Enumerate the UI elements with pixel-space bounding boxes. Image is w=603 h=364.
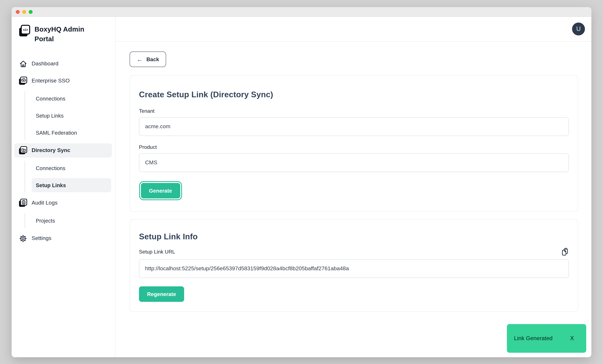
sidebar-item-label: Dashboard	[32, 61, 58, 67]
sidebar-group-directory-sync: Connections Setup Links	[24, 161, 115, 193]
sidebar-item-audit-logs[interactable]: Audit Logs	[14, 196, 112, 210]
regenerate-button[interactable]: Regenerate	[139, 286, 184, 302]
sidebar-item-label: Connections	[36, 96, 65, 102]
sidebar-item-projects[interactable]: Projects	[32, 214, 111, 228]
sidebar-item-dsync-connections[interactable]: Connections	[32, 161, 111, 175]
gear-icon	[19, 234, 27, 243]
sidebar-group-enterprise-sso: Connections Setup Links SAML Federation	[24, 91, 115, 140]
close-window-icon[interactable]	[16, 10, 20, 14]
main-area: U ← Back Create Setup Link (Directory Sy…	[116, 17, 591, 357]
sidebar-item-label: SAML Federation	[36, 130, 77, 136]
page-content: ← Back Create Setup Link (Directory Sync…	[116, 42, 591, 312]
setup-link-url-input[interactable]	[139, 259, 569, 278]
setup-link-url-row: Setup Link URL	[139, 248, 569, 256]
app-window: </> BoxyHQ Admin Portal	[12, 7, 591, 357]
setup-link-info-card: Setup Link Info Setup Link URL	[130, 219, 578, 312]
sidebar-nav: Dashboard Enterprise SSO	[12, 57, 115, 245]
setup-link-url-label: Setup Link URL	[139, 249, 175, 255]
desktop-background: </> BoxyHQ Admin Portal	[0, 0, 603, 364]
sidebar-item-dsync-setup-links[interactable]: Setup Links	[32, 178, 111, 192]
generate-button[interactable]: Generate	[141, 183, 180, 199]
user-avatar[interactable]: U	[572, 22, 585, 35]
boxyhq-code-logo-icon: </>	[19, 24, 30, 39]
window-titlebar	[12, 7, 591, 17]
card-title: Create Setup Link (Directory Sync)	[139, 90, 569, 99]
sidebar-item-label: Setup Links	[36, 113, 64, 119]
product-input[interactable]	[139, 153, 569, 172]
tenant-label: Tenant	[139, 108, 569, 114]
svg-text:</>: </>	[23, 28, 28, 32]
create-setup-link-card: Create Setup Link (Directory Sync) Tenan…	[130, 75, 578, 212]
back-button[interactable]: ← Back	[130, 52, 166, 67]
card-title: Setup Link Info	[139, 232, 569, 241]
sidebar-item-label: Projects	[36, 218, 55, 224]
directory-sync-keycap-icon	[19, 146, 27, 155]
app-title: BoxyHQ Admin Portal	[35, 24, 91, 44]
toast-message: Link Generated	[514, 335, 553, 342]
audit-logs-keycap-icon	[19, 199, 27, 208]
sidebar-item-enterprise-sso[interactable]: Enterprise SSO	[14, 74, 112, 88]
back-button-label: Back	[146, 56, 159, 62]
sidebar-item-sso-setup-links[interactable]: Setup Links	[32, 109, 111, 123]
avatar-initial: U	[576, 25, 580, 33]
sidebar: </> BoxyHQ Admin Portal	[12, 17, 116, 357]
copy-icon	[561, 252, 569, 257]
copy-button[interactable]	[561, 248, 569, 256]
sso-cloud-keycap-icon	[19, 76, 27, 85]
toast-link-generated: Link Generated X	[507, 324, 586, 353]
sidebar-item-label: Settings	[32, 235, 51, 242]
minimize-window-icon[interactable]	[22, 10, 26, 14]
sidebar-group-audit-logs: Projects	[24, 213, 115, 228]
sidebar-item-dashboard[interactable]: Dashboard	[14, 57, 112, 71]
sidebar-item-label: Enterprise SSO	[32, 78, 70, 84]
sidebar-item-label: Connections	[36, 165, 65, 171]
sidebar-item-label: Setup Links	[36, 182, 66, 188]
toast-close-button[interactable]: X	[570, 335, 574, 342]
left-arrow-icon: ←	[137, 56, 143, 62]
sidebar-item-settings[interactable]: Settings	[14, 231, 112, 245]
app-logo-row[interactable]: </> BoxyHQ Admin Portal	[19, 24, 115, 44]
product-label: Product	[139, 144, 569, 150]
sidebar-item-label: Directory Sync	[32, 147, 70, 154]
home-icon	[19, 60, 27, 68]
sidebar-item-saml-federation[interactable]: SAML Federation	[32, 126, 111, 140]
sidebar-item-sso-connections[interactable]: Connections	[32, 91, 111, 106]
sidebar-item-directory-sync[interactable]: Directory Sync	[14, 143, 112, 157]
top-header: U	[116, 17, 591, 42]
tenant-input[interactable]	[139, 117, 569, 136]
sidebar-item-label: Audit Logs	[32, 200, 58, 206]
zoom-window-icon[interactable]	[29, 10, 33, 14]
